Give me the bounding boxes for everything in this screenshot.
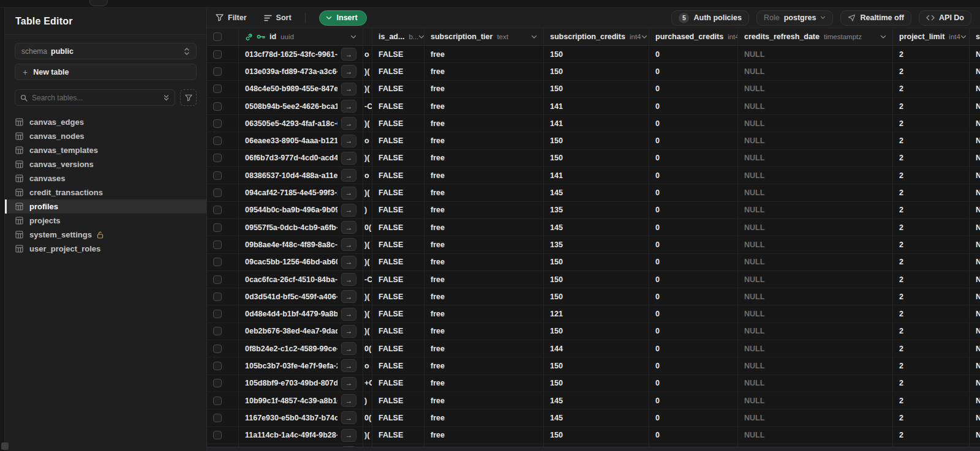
clipped-cell[interactable]: )(	[363, 236, 372, 253]
credits-refresh-date-cell[interactable]: NULL	[738, 132, 893, 149]
subscription-credits-cell[interactable]: 145	[544, 392, 649, 409]
subscription-credits-cell[interactable]: 150	[544, 46, 649, 62]
id-cell[interactable]: 0508b94b-5ee2-4626-bca1-4bca... →	[239, 98, 363, 114]
is-admin-cell[interactable]: FALSE	[372, 305, 424, 322]
expand-row-button[interactable]: →	[341, 342, 356, 355]
expand-row-button[interactable]: →	[341, 48, 356, 61]
clipped-cell[interactable]: )(	[363, 254, 372, 270]
subscription-credits-cell[interactable]: 150	[544, 132, 649, 149]
purchased-credits-cell[interactable]: 0	[649, 254, 738, 270]
table-row[interactable]: 08386537-10d4-488a-a11e-eb5a6... → o FAL…	[207, 167, 980, 184]
subscription-tier-cell[interactable]: free	[424, 115, 544, 132]
clipped-cell[interactable]: o	[363, 167, 372, 184]
su-cell[interactable]: NU	[970, 357, 980, 374]
row-checkbox[interactable]	[213, 67, 222, 76]
row-checkbox[interactable]	[213, 258, 222, 266]
purchased-credits-cell[interactable]: 0	[649, 115, 738, 132]
credits-refresh-date-cell[interactable]: NULL	[738, 202, 893, 218]
credits-refresh-date-cell[interactable]: NULL	[738, 219, 893, 236]
new-table-button[interactable]: + New table	[15, 64, 197, 80]
project-limit-cell[interactable]: 2	[893, 184, 970, 201]
project-limit-cell[interactable]: 2	[893, 288, 970, 305]
id-cell[interactable]: 08386537-10d4-488a-a11e-eb5a6... →	[239, 167, 363, 184]
clipped-cell[interactable]: )	[363, 392, 372, 409]
purchased-credits-cell[interactable]: 0	[649, 150, 738, 166]
row-checkbox[interactable]	[213, 431, 222, 439]
id-cell[interactable]: 0d48e4d4-b1bf-4479-9a8b-4a4b... →	[239, 305, 363, 322]
subscription-credits-cell[interactable]: 150	[544, 288, 649, 305]
credits-refresh-date-cell[interactable]: NULL	[738, 98, 893, 114]
credits-refresh-date-cell[interactable]: NULL	[738, 375, 893, 392]
project-limit-cell[interactable]: 2	[893, 219, 970, 236]
purchased-credits-cell[interactable]: 0	[649, 409, 738, 426]
id-cell[interactable]: 094caf42-7185-4e45-99f3-14abee... →	[239, 184, 363, 201]
subscription-tier-cell[interactable]: free	[424, 427, 544, 444]
su-cell[interactable]: NU	[970, 236, 980, 253]
project-limit-cell[interactable]: 2	[893, 236, 970, 253]
avatar[interactable]	[1, 442, 9, 450]
row-checkbox[interactable]	[213, 414, 222, 422]
credits-refresh-date-cell[interactable]: NULL	[738, 115, 893, 132]
su-cell[interactable]: NU	[970, 81, 980, 97]
id-cell[interactable]: 063505e5-4293-4faf-a18c-0e65b... →	[239, 115, 363, 132]
table-row[interactable]: 013cf78d-1625-43fc-9961-442189... → o FA…	[207, 46, 980, 63]
id-cell[interactable]: 048c4e50-b989-455e-847e-fb2f... →	[239, 81, 363, 97]
row-checkbox[interactable]	[213, 293, 222, 301]
chevron-down-icon[interactable]	[350, 35, 356, 39]
id-cell[interactable]: 013e039a-fd89-473a-a3c6-ccfa9... →	[239, 63, 363, 80]
id-cell[interactable]: 09cac5bb-1256-46bd-ab60-64ed... →	[239, 254, 363, 270]
purchased-credits-cell[interactable]: 0	[649, 46, 738, 62]
is-admin-cell[interactable]: FALSE	[372, 219, 424, 236]
credits-refresh-date-cell[interactable]: NULL	[738, 323, 893, 340]
collapse-all-icon[interactable]	[163, 94, 170, 102]
table-row[interactable]: 013e039a-fd89-473a-a3c6-ccfa9... → )( FA…	[207, 63, 980, 80]
table-row[interactable]: 0eb2b676-38ed-4ea7-9dad-38e6... → )( FAL…	[207, 323, 980, 340]
purchased-credits-cell[interactable]: 0	[649, 167, 738, 184]
credits-refresh-date-cell[interactable]: NULL	[738, 184, 893, 201]
credits-refresh-date-cell[interactable]: NULL	[738, 427, 893, 444]
id-cell[interactable]: 105bc3b7-03fe-4e7f-9efa-21bb40... →	[239, 357, 363, 374]
is-admin-cell[interactable]: FALSE	[372, 132, 424, 149]
chevron-down-icon[interactable]	[418, 35, 424, 39]
expand-row-button[interactable]: →	[341, 204, 356, 217]
id-cell[interactable]: 06f6b7d3-977d-4cd0-acd4-4a78... →	[239, 150, 363, 166]
column-header-credits-refresh-date[interactable]: credits_refresh_date timestamptz	[738, 28, 893, 45]
su-cell[interactable]: NU	[970, 202, 980, 218]
expand-row-button[interactable]: →	[341, 290, 356, 303]
clipped-cell[interactable]: )(	[363, 184, 372, 201]
id-cell[interactable]: 0cac6fca-26cf-4510-84ba-c4580... →	[239, 271, 363, 288]
table-row[interactable]: 0d48e4d4-b1bf-4479-9a8b-4a4b... → )( FAL…	[207, 305, 980, 322]
su-cell[interactable]: NU	[970, 132, 980, 149]
sidebar-item-canvas_nodes[interactable]: canvas_nodes	[5, 129, 206, 143]
table-row[interactable]: 06f6b7d3-977d-4cd0-acd4-4a78... → )( FAL…	[207, 150, 980, 167]
purchased-credits-cell[interactable]: 0	[649, 340, 738, 357]
chevron-down-icon[interactable]	[641, 35, 647, 39]
is-admin-cell[interactable]: FALSE	[372, 98, 424, 114]
su-cell[interactable]: NU	[970, 219, 980, 236]
credits-refresh-date-cell[interactable]: NULL	[738, 340, 893, 357]
purchased-credits-cell[interactable]: 0	[649, 271, 738, 288]
expand-row-button[interactable]: →	[341, 359, 356, 372]
su-cell[interactable]: NU	[970, 150, 980, 166]
column-header-id[interactable]: id uuid	[239, 28, 363, 45]
purchased-credits-cell[interactable]: 0	[649, 427, 738, 444]
subscription-credits-cell[interactable]: 150	[544, 150, 649, 166]
id-cell[interactable]: 0f8b24e2-c1c2-4589-99ce-2c52d... →	[239, 340, 363, 357]
purchased-credits-cell[interactable]: 0	[649, 375, 738, 392]
is-admin-cell[interactable]: FALSE	[372, 409, 424, 426]
table-row[interactable]: 06eaee33-8905-4aaa-b121-ab552... → o FAL…	[207, 132, 980, 149]
row-checkbox[interactable]	[213, 310, 222, 318]
subscription-tier-cell[interactable]: free	[424, 202, 544, 218]
clipped-cell[interactable]: )(	[363, 288, 372, 305]
is-admin-cell[interactable]: FALSE	[372, 63, 424, 80]
purchased-credits-cell[interactable]: 0	[649, 219, 738, 236]
su-cell[interactable]: NU	[970, 254, 980, 270]
table-row[interactable]: 094caf42-7185-4e45-99f3-14abee... → )( F…	[207, 184, 980, 201]
expand-row-button[interactable]: →	[341, 221, 356, 234]
purchased-credits-cell[interactable]: 0	[649, 392, 738, 409]
subscription-credits-cell[interactable]: 145	[544, 219, 649, 236]
is-admin-cell[interactable]: FALSE	[372, 150, 424, 166]
expand-row-button[interactable]: →	[341, 65, 356, 78]
table-row[interactable]: 0508b94b-5ee2-4626-bca1-4bca... → -C FAL…	[207, 98, 980, 115]
credits-refresh-date-cell[interactable]: NULL	[738, 392, 893, 409]
